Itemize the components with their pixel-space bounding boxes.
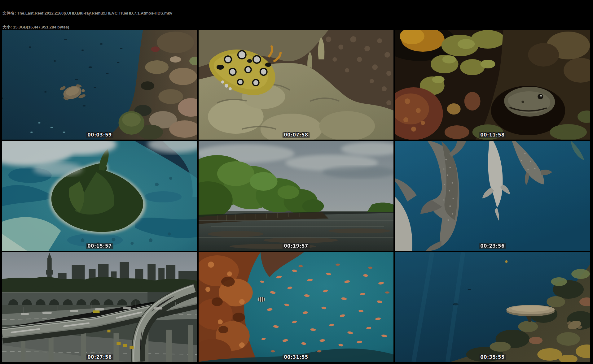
timestamp-badge: 00:11:58 xyxy=(479,132,506,138)
thumbnail-grid: 00:03:59 xyxy=(2,30,590,362)
timestamp-badge: 00:27:56 xyxy=(86,354,113,360)
thumbnail-mangrove: 00:19:57 xyxy=(199,141,393,251)
file-name-line: 文件名: The.Last.Reef.2012.2160p.UHD.Blu-ra… xyxy=(2,11,172,15)
thumbnail-moray-eel: 00:11:58 xyxy=(395,30,590,140)
contact-sheet: { "colors": { "background": "#000000", "… xyxy=(0,0,593,364)
timestamp-badge: 00:35:55 xyxy=(479,354,506,360)
timestamp-badge: 00:03:59 xyxy=(86,132,113,138)
thumbnail-fish-school: 00:31:55 xyxy=(199,252,393,362)
timestamp-badge: 00:07:58 xyxy=(282,132,310,138)
timestamp-badge: 00:23:56 xyxy=(479,243,506,249)
thumbnail-reef-turtle: 00:03:59 xyxy=(2,30,197,140)
timestamp-badge: 00:31:55 xyxy=(282,354,310,360)
file-size-line: 大小: 15.3GB(16,447,951,284 bytes) xyxy=(2,25,172,29)
thumbnail-nudibranch: 00:07:58 xyxy=(199,30,393,140)
timestamp-badge: 00:19:57 xyxy=(282,243,310,249)
thumbnail-highway: 00:27:56 xyxy=(2,252,197,362)
thumbnail-table-coral: 00:35:55 xyxy=(395,252,590,362)
timestamp-badge: 00:15:57 xyxy=(86,243,113,249)
thumbnail-aerial-island: 00:15:57 xyxy=(2,141,197,251)
thumbnail-dolphins: 00:23:56 xyxy=(395,141,590,251)
